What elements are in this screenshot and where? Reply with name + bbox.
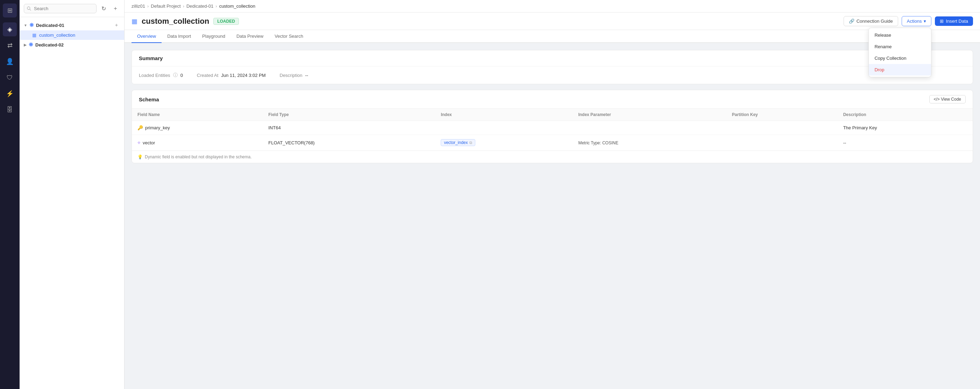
cell-description-primary-key: The Primary Key	[838, 121, 973, 135]
copy-index-icon[interactable]: ⧉	[469, 140, 472, 145]
collections-icon[interactable]: ◈	[3, 22, 17, 37]
collection-header-icon: ▦	[132, 17, 137, 25]
collection-title: custom_collection	[142, 17, 209, 26]
created-at-label: Created At	[197, 73, 218, 78]
col-header-partition-key: Partition Key	[726, 109, 838, 121]
cluster-dedicated-01-header[interactable]: ▼ ❋ Dedicated-01 ＋	[19, 20, 124, 30]
schema-card-header: Schema </> View Code	[132, 90, 973, 108]
loaded-entities-label: Loaded Entities	[139, 73, 170, 78]
cluster-icon: ❋	[29, 22, 34, 28]
cluster-icon-2: ❋	[29, 41, 33, 48]
collection-header: ▦ custom_collection LOADED 🔗 Connection …	[124, 13, 980, 30]
actions-label: Actions	[907, 19, 922, 24]
search-icon	[27, 6, 31, 11]
cluster-dedicated-02: ▶ ❋ Dedicated-02	[19, 40, 124, 50]
breadcrumb-item-dedicated01[interactable]: Dedicated-01	[186, 3, 213, 9]
svg-line-1	[30, 10, 31, 11]
users-icon[interactable]: 👤	[3, 54, 17, 68]
summary-card-header: Summary	[132, 50, 973, 67]
chevron-down-icon: ▼	[24, 24, 27, 27]
add-collection-button[interactable]: ＋	[113, 22, 120, 29]
tab-playground[interactable]: Playground	[197, 30, 231, 43]
cluster-name: Dedicated-01	[36, 23, 64, 28]
cell-field-name-primary-key: 🔑 primary_key	[132, 121, 262, 135]
status-badge: LOADED	[213, 18, 239, 25]
breadcrumb-item-zilliz01[interactable]: zilliz01	[132, 3, 145, 9]
breadcrumb-item-project[interactable]: Default Project	[151, 3, 180, 9]
actions-menu-item-rename[interactable]: Rename	[869, 41, 931, 52]
actions-menu-item-release[interactable]: Release	[869, 29, 931, 41]
cell-index-param-vector: Metric Type: COSINE	[573, 135, 726, 151]
description-field: Description --	[280, 73, 309, 78]
tab-data-import[interactable]: Data Import	[162, 30, 197, 43]
tree-panel: ↻ ＋ ▼ ❋ Dedicated-01 ＋ ▦ custom_collecti…	[19, 0, 124, 389]
connections-icon[interactable]: ⇄	[3, 38, 17, 52]
tab-data-preview[interactable]: Data Preview	[231, 30, 269, 43]
schema-table-head: Field Name Field Type Index Index Parame…	[132, 109, 973, 121]
tab-vector-search[interactable]: Vector Search	[269, 30, 309, 43]
insert-icon: ⊞	[940, 19, 943, 24]
breadcrumb-sep-3: ›	[215, 3, 217, 9]
svg-point-0	[27, 6, 30, 10]
chevron-right-icon: ▶	[24, 43, 27, 47]
index-badge: vector_index ⧉	[441, 139, 475, 146]
key-icon: 🔑	[137, 125, 143, 130]
metric-type-value: Metric Type: COSINE	[578, 140, 618, 145]
schema-table-body: 🔑 primary_key INT64 The Primary Key	[132, 121, 973, 151]
actions-button[interactable]: Actions ▾	[902, 16, 932, 26]
page-body: Summary Loaded Entities ⓘ 0 Created At J…	[124, 43, 980, 389]
created-at-value: Jun 11, 2024 3:02 PM	[221, 73, 266, 78]
collection-item-custom-collection[interactable]: ▦ custom_collection	[19, 30, 124, 40]
connection-guide-button[interactable]: 🔗 Connection Guide	[843, 16, 898, 26]
dynamic-field-text: Dynamic field is enabled but not display…	[145, 154, 252, 159]
view-code-button[interactable]: </> View Code	[929, 95, 966, 103]
search-input[interactable]	[24, 4, 97, 13]
actions-menu-item-drop[interactable]: Drop	[869, 64, 931, 76]
schema-title: Schema	[139, 97, 159, 102]
cell-partition-key-primary-key	[726, 121, 838, 135]
table-row: 🔑 primary_key INT64 The Primary Key	[132, 121, 973, 135]
tree-search-bar: ↻ ＋	[19, 0, 124, 17]
cell-index-param-primary-key	[573, 121, 726, 135]
add-cluster-button[interactable]: ＋	[111, 3, 120, 13]
summary-card: Summary Loaded Entities ⓘ 0 Created At J…	[132, 50, 973, 84]
home-icon[interactable]: ⊞	[3, 3, 17, 17]
cell-field-type-primary-key: INT64	[262, 121, 435, 135]
table-row: ⟡ vector FLOAT_VECTOR(768) vector_index …	[132, 135, 973, 151]
index-value: vector_index	[444, 140, 468, 145]
description-value: --	[305, 73, 309, 78]
vector-icon: ⟡	[137, 140, 141, 145]
cluster-name-2: Dedicated-02	[35, 42, 64, 48]
breadcrumb-sep-1: ›	[147, 3, 149, 9]
breadcrumb-sep-2: ›	[183, 3, 184, 9]
breadcrumb-item-collection[interactable]: custom_collection	[219, 3, 255, 9]
connection-guide-label: Connection Guide	[856, 19, 893, 24]
description-label: Description	[280, 73, 302, 78]
actions-menu-item-copy[interactable]: Copy Collection	[869, 52, 931, 64]
loaded-entities-field: Loaded Entities ⓘ 0	[139, 72, 183, 78]
main-content: zilliz01 › Default Project › Dedicated-0…	[124, 0, 980, 389]
actions-button-wrapper: Actions ▾ Release Rename Copy Collection…	[902, 16, 932, 26]
actions-dropdown-menu: Release Rename Copy Collection Drop	[869, 28, 931, 77]
col-header-index: Index	[435, 109, 573, 121]
tabs-bar: Overview Data Import Playground Data Pre…	[124, 30, 980, 43]
cluster-dedicated-02-header[interactable]: ▶ ❋ Dedicated-02	[19, 40, 124, 50]
cluster-dedicated-01: ▼ ❋ Dedicated-01 ＋ ▦ custom_collection	[19, 20, 124, 40]
refresh-button[interactable]: ↻	[99, 3, 108, 13]
summary-card-body: Loaded Entities ⓘ 0 Created At Jun 11, 2…	[132, 67, 973, 84]
shield-icon[interactable]: 🛡	[3, 71, 17, 84]
cell-field-name-vector: ⟡ vector	[132, 135, 262, 151]
insert-data-button[interactable]: ⊞ Insert Data	[935, 16, 973, 26]
integrations-icon[interactable]: ⚡	[3, 87, 17, 101]
field-name-value: vector	[143, 140, 155, 145]
collection-icon: ▦	[32, 32, 37, 38]
schema-table: Field Name Field Type Index Index Parame…	[132, 108, 973, 151]
loaded-entities-value: 0	[180, 73, 183, 78]
breadcrumb: zilliz01 › Default Project › Dedicated-0…	[124, 0, 980, 13]
sidebar-icon-rail: ⊞ ◈ ⇄ 👤 🛡 ⚡ 🗄	[0, 0, 19, 389]
tab-overview[interactable]: Overview	[132, 30, 162, 43]
storage-icon[interactable]: 🗄	[3, 103, 17, 117]
dynamic-field-note: 💡 Dynamic field is enabled but not displ…	[132, 151, 973, 163]
col-header-field-type: Field Type	[262, 109, 435, 121]
bulb-icon: 💡	[137, 154, 143, 159]
